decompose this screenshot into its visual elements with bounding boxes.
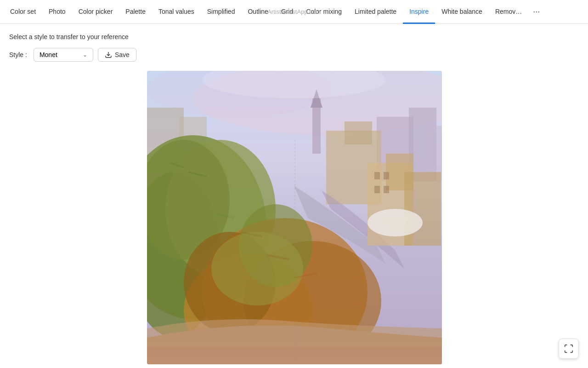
controls-row: Style : Monet ⌄ Save — [9, 48, 579, 62]
nav-item-color-picker[interactable]: Color picker — [72, 0, 119, 24]
style-dropdown[interactable]: Monet ⌄ — [34, 48, 93, 62]
nav-item-tonal-values[interactable]: Tonal values — [152, 0, 201, 24]
nav-item-grid[interactable]: Grid — [275, 0, 300, 24]
style-value: Monet — [40, 51, 57, 58]
nav-item-color-set[interactable]: Color set — [4, 0, 42, 24]
image-container — [147, 71, 442, 364]
nav-item-photo[interactable]: Photo — [42, 0, 72, 24]
svg-rect-26 — [374, 172, 380, 179]
styled-image — [147, 71, 442, 364]
expand-button[interactable] — [559, 339, 579, 359]
nav-item-color-mixing[interactable]: Color mixing — [300, 0, 348, 24]
main-content: Select a style to transfer to your refer… — [0, 24, 588, 364]
nav-item-limited-palette[interactable]: Limited palette — [348, 0, 403, 24]
svg-point-22 — [211, 232, 303, 305]
svg-rect-28 — [374, 186, 380, 193]
scene-svg — [147, 71, 442, 364]
painted-scene — [147, 71, 442, 364]
save-icon — [105, 51, 112, 58]
nav-item-inspire[interactable]: Inspire — [403, 0, 435, 24]
save-label: Save — [115, 51, 130, 58]
nav-item-white-balance[interactable]: White balance — [435, 0, 489, 24]
style-label: Style : — [9, 51, 27, 58]
nav-item-palette[interactable]: Palette — [119, 0, 152, 24]
svg-rect-25 — [404, 172, 441, 246]
svg-rect-27 — [384, 172, 389, 179]
svg-rect-10 — [345, 121, 372, 144]
nav-item-simplified[interactable]: Simplified — [201, 0, 242, 24]
nav-bar: ArtistAssistApp.com Color set Photo Colo… — [0, 0, 588, 24]
nav-item-outline[interactable]: Outline — [241, 0, 274, 24]
nav-more-button[interactable]: ··· — [528, 0, 544, 24]
expand-icon — [564, 344, 574, 354]
svg-rect-29 — [384, 186, 389, 193]
save-button[interactable]: Save — [98, 48, 136, 62]
nav-item-remove[interactable]: Remov… — [489, 0, 528, 24]
page-subtitle: Select a style to transfer to your refer… — [9, 33, 579, 40]
chevron-down-icon: ⌄ — [83, 52, 87, 58]
